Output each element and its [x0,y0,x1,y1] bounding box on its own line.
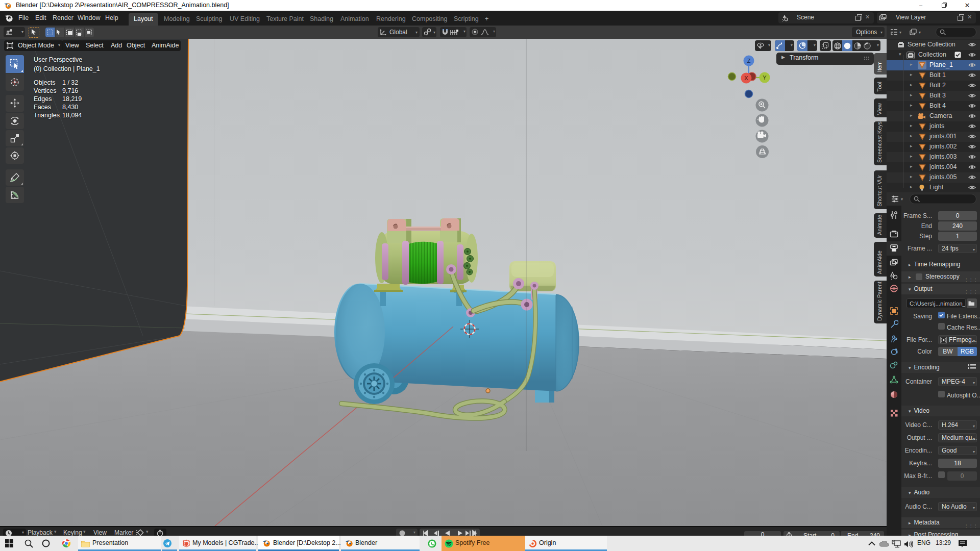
svg-text:Z: Z [747,58,751,64]
svg-text:Y: Y [763,74,767,81]
svg-text:X: X [744,75,748,81]
